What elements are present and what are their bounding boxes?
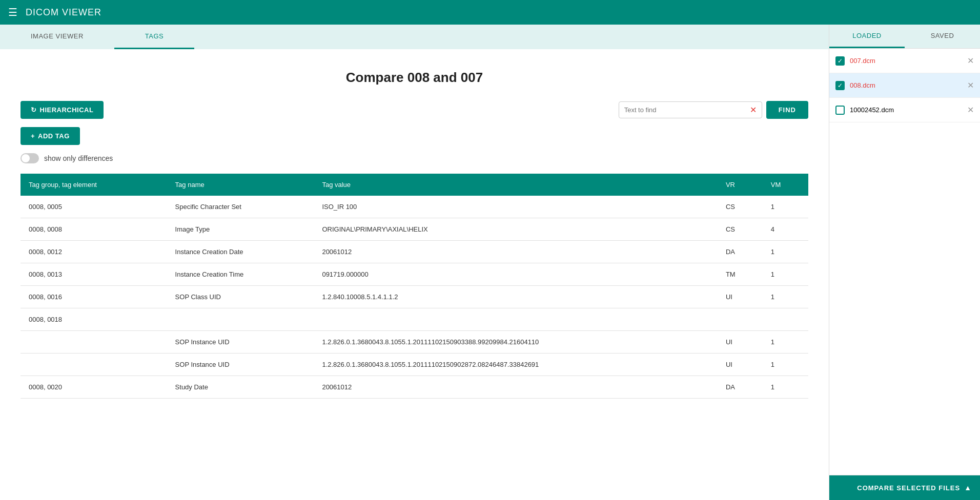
td-vr: UI <box>718 286 763 308</box>
content-area: IMAGE VIEWER TAGS Compare 008 and 007 ↻ … <box>0 25 829 500</box>
tab-tags[interactable]: TAGS <box>114 25 194 49</box>
file-close-icon[interactable]: ✕ <box>967 56 974 66</box>
toggle-label: show only differences <box>44 154 113 162</box>
td-name: Instance Creation Time <box>167 263 314 286</box>
td-name: Image Type <box>167 218 314 241</box>
file-close-icon[interactable]: ✕ <box>967 80 974 90</box>
sidebar-tabs: LOADED SAVED <box>829 25 980 49</box>
toggle-knob <box>22 154 30 162</box>
td-value: 20061012 <box>314 376 718 399</box>
td-vm: 1 <box>763 263 808 286</box>
th-tag-value: Tag value <box>314 174 718 196</box>
file-name: 10002452.dcm <box>850 106 962 114</box>
table-row: 0008, 0020 Study Date 20061012 DA 1 <box>21 376 808 399</box>
file-list: ✓ 007.dcm ✕ ✓ 008.dcm ✕ 10002452.dcm ✕ <box>829 49 980 475</box>
file-checkbox[interactable]: ✓ <box>835 56 845 66</box>
table-header: Tag group, tag element Tag name Tag valu… <box>21 174 808 196</box>
td-name: SOP Instance UID <box>167 353 314 376</box>
td-vm: 4 <box>763 218 808 241</box>
table-row: 0008, 0016 SOP Class UID 1.2.840.10008.5… <box>21 286 808 308</box>
table-row: 0008, 0012 Instance Creation Date 200610… <box>21 241 808 263</box>
th-tag-name: Tag name <box>167 174 314 196</box>
app-title: DICOM VIEWER <box>26 7 101 18</box>
toggle-switch[interactable] <box>21 153 39 163</box>
toggle-row: show only differences <box>21 153 808 163</box>
th-vr: VR <box>718 174 763 196</box>
td-tag: 0008, 0013 <box>21 263 167 286</box>
main-layout: IMAGE VIEWER TAGS Compare 008 and 007 ↻ … <box>0 25 980 500</box>
td-name: SOP Instance UID <box>167 331 314 353</box>
table-row: 0008, 0018 <box>21 308 808 331</box>
td-tag: 0008, 0012 <box>21 241 167 263</box>
find-button[interactable]: FIND <box>766 101 808 119</box>
table-body: 0008, 0005 Specific Character Set ISO_IR… <box>21 196 808 399</box>
td-value: 1.2.826.0.1.3680043.8.1055.1.20111102150… <box>314 331 718 353</box>
page-title: Compare 008 and 007 <box>21 70 808 86</box>
td-tag <box>21 331 167 353</box>
arrow-up-icon: ▲ <box>964 484 972 492</box>
hierarchical-icon: ↻ <box>31 106 37 114</box>
td-value: 1.2.826.0.1.3680043.8.1055.1.20111102150… <box>314 353 718 376</box>
nav-spacer <box>194 25 829 49</box>
sidebar-tab-saved[interactable]: SAVED <box>905 25 980 48</box>
td-tag: 0008, 0018 <box>21 308 167 331</box>
table-row: 0008, 0005 Specific Character Set ISO_IR… <box>21 196 808 218</box>
table-row: SOP Instance UID 1.2.826.0.1.3680043.8.1… <box>21 353 808 376</box>
plus-icon: + <box>31 132 35 140</box>
clear-icon[interactable]: ✕ <box>750 105 757 115</box>
td-vr: UI <box>718 353 763 376</box>
tab-image-viewer[interactable]: IMAGE VIEWER <box>0 25 114 49</box>
td-vm: 1 <box>763 196 808 218</box>
td-vm: 1 <box>763 286 808 308</box>
right-sidebar: LOADED SAVED ✓ 007.dcm ✕ ✓ 008.dcm ✕ 100… <box>829 25 980 500</box>
td-name: Specific Character Set <box>167 196 314 218</box>
td-vr: DA <box>718 241 763 263</box>
td-vr: CS <box>718 196 763 218</box>
file-checkbox[interactable] <box>835 106 845 115</box>
td-vm: 1 <box>763 331 808 353</box>
td-value: 20061012 <box>314 241 718 263</box>
file-item[interactable]: ✓ 007.dcm ✕ <box>829 49 980 73</box>
td-vr: DA <box>718 376 763 399</box>
td-vm: 1 <box>763 241 808 263</box>
td-name: Study Date <box>167 376 314 399</box>
file-name: 008.dcm <box>850 81 962 89</box>
add-tag-row: + ADD TAG <box>21 127 808 145</box>
secondary-nav: IMAGE VIEWER TAGS <box>0 25 829 49</box>
td-value: ISO_IR 100 <box>314 196 718 218</box>
add-tag-button[interactable]: + ADD TAG <box>21 127 80 145</box>
td-vm: 1 <box>763 353 808 376</box>
hierarchical-button[interactable]: ↻ HIERARCHICAL <box>21 101 104 119</box>
page-content: Compare 008 and 007 ↻ HIERARCHICAL ✕ FIN… <box>0 49 829 500</box>
td-value: 091719.000000 <box>314 263 718 286</box>
td-name <box>167 308 314 331</box>
td-value: ORIGINAL\PRIMARY\AXIAL\HELIX <box>314 218 718 241</box>
menu-icon[interactable]: ☰ <box>8 6 17 18</box>
search-box: ✕ <box>619 101 762 118</box>
td-value <box>314 308 718 331</box>
td-tag: 0008, 0020 <box>21 376 167 399</box>
file-item[interactable]: 10002452.dcm ✕ <box>829 98 980 122</box>
td-tag: 0008, 0016 <box>21 286 167 308</box>
table-row: 0008, 0008 Image Type ORIGINAL\PRIMARY\A… <box>21 218 808 241</box>
td-vm <box>763 308 808 331</box>
th-tag-group: Tag group, tag element <box>21 174 167 196</box>
td-vr: CS <box>718 218 763 241</box>
compare-selected-files-button[interactable]: COMPARE SELECTED FILES ▲ <box>829 475 980 500</box>
td-tag <box>21 353 167 376</box>
compare-btn-wrapper: COMPARE SELECTED FILES ▲ <box>829 475 980 500</box>
file-item[interactable]: ✓ 008.dcm ✕ <box>829 73 980 98</box>
td-vm: 1 <box>763 376 808 399</box>
td-vr <box>718 308 763 331</box>
sidebar-tab-loaded[interactable]: LOADED <box>829 25 905 48</box>
search-input[interactable] <box>624 106 748 114</box>
td-vr: UI <box>718 331 763 353</box>
th-vm: VM <box>763 174 808 196</box>
table-row: 0008, 0013 Instance Creation Time 091719… <box>21 263 808 286</box>
td-vr: TM <box>718 263 763 286</box>
file-close-icon[interactable]: ✕ <box>967 105 974 115</box>
td-value: 1.2.840.10008.5.1.4.1.1.2 <box>314 286 718 308</box>
file-checkbox[interactable]: ✓ <box>835 81 845 90</box>
td-name: Instance Creation Date <box>167 241 314 263</box>
toolbar-row: ↻ HIERARCHICAL ✕ FIND <box>21 101 808 119</box>
